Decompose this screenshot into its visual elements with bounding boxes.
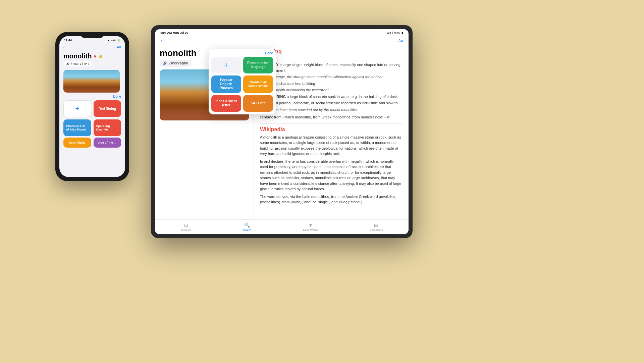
phone-collection-charmed[interactable]: Charmed Life of Alex Moore xyxy=(63,119,91,136)
phone-time: 12:44 xyxy=(64,39,72,42)
tablet-frame: 1:08 AM Mon Jul 20 WiFi 90% ▮ ‹ Aa monol… xyxy=(151,25,413,238)
phone-add-collection[interactable]: + xyxy=(63,100,91,117)
phone-speaker-icon[interactable]: 🔊 xyxy=(66,62,70,65)
tablet-wiki-para-1: A monolith is a geological feature consi… xyxy=(260,135,402,157)
collections-icon: ⊟ xyxy=(374,222,378,228)
tab-discover-label: Discover xyxy=(181,228,191,231)
tab-search[interactable]: 🔍 Search xyxy=(243,222,251,231)
tablet-collection-silent[interactable]: It has a silent letter xyxy=(211,95,241,112)
tablet-device: 1:08 AM Mon Jul 20 WiFi 90% ▮ ‹ Aa monol… xyxy=(151,25,413,238)
tablet-status-icons: WiFi 90% ▮ xyxy=(387,31,403,35)
tablet-back-button[interactable]: ‹ xyxy=(160,38,162,44)
tablet-overlay-done[interactable]: Done xyxy=(211,51,254,55)
tablet-wikipedia-section: Wikipedia A monolith is a geological fea… xyxy=(260,123,402,205)
tablet-pron-text: /'mon(ə)ltθ/ xyxy=(169,61,188,65)
tablet-origin-text: century: from French monolithe, from Gre… xyxy=(260,114,402,120)
phone-collections-grid: + Red Rising Charmed Life of Alex Moore … xyxy=(59,99,125,138)
phone-header: ‹ Aa xyxy=(59,43,125,51)
tablet-def-geology: GEOLOGY a large single upright block of … xyxy=(260,62,402,73)
tablet-status-bar: 1:08 AM Mon Jul 20 WiFi 90% ▮ xyxy=(155,29,409,37)
tablet-header: ‹ Aa xyxy=(155,37,409,45)
phone-word-image xyxy=(63,70,120,93)
tablet-collections-overlay: Done + From another language Popular Eng… xyxy=(209,49,254,114)
tablet-add-collection[interactable]: + xyxy=(211,57,241,73)
phone-word-title: monolith xyxy=(63,52,92,60)
signal-icon: ▲ xyxy=(107,39,110,42)
tab-collections-label: Collections xyxy=(370,228,383,231)
phone-collection-sparkling[interactable]: Sparkling Cyanide xyxy=(94,119,121,136)
tablet-left-panel: monolith ♥ ⊞ 🔊 /'mon(ə)ltθ/ Done xyxy=(155,45,254,219)
tablet-right-panel: Meaning noun GEOLOGY a large single upri… xyxy=(254,45,409,219)
tab-collections[interactable]: ⊟ Collections xyxy=(370,222,383,231)
tablet-pos: noun xyxy=(260,57,402,61)
phone-word-section: monolith ♥ ⊞ 🔊 / ˈmänəˌliTH / xyxy=(59,51,125,68)
tablet-wikipedia-title: Wikipedia xyxy=(260,126,402,133)
phone-collection-red-rising[interactable]: Red Rising xyxy=(94,100,121,117)
tablet-battery-icon: ▮ xyxy=(401,31,403,35)
tablet-def-engineering: ENGINEERING a large block of concrete su… xyxy=(260,94,402,100)
phone-status-icons: ▲ WiFi 🔋 xyxy=(107,39,120,42)
tab-liked-words[interactable]: ♥ Liked Words xyxy=(303,222,318,231)
phone-collection-another[interactable]: Age of the ... xyxy=(94,138,121,148)
phone-done-button[interactable]: Done xyxy=(59,94,125,99)
tablet-bottom-nav: ⊡ Discover 🔍 Search ♥ Liked Words ⊟ Coll… xyxy=(155,219,409,234)
tablet-meaning-title: Meaning xyxy=(260,49,402,55)
phone-heart-icon[interactable]: ♥ xyxy=(94,54,96,59)
tablet-collection-popular[interactable]: Popular English Phrases xyxy=(211,75,241,93)
discover-icon: ⊡ xyxy=(184,222,188,228)
tablet-word-title: monolith xyxy=(160,48,197,58)
tablet-def-building: a large and characterless building xyxy=(260,81,402,87)
phone-pron-text: / ˈmänəˌliTH / xyxy=(71,62,89,65)
tablet-overlay-grid: + From another language Popular English … xyxy=(211,57,254,112)
search-icon: 🔍 xyxy=(244,222,250,228)
phone-pronunciation[interactable]: 🔊 / ˈmänəˌliTH / xyxy=(63,61,92,66)
tablet-def-political: impersonal political, corporate, or soci… xyxy=(260,100,402,106)
tablet-collection-sat-prep[interactable]: SAT Prep xyxy=(243,95,254,112)
phone-grid-bottom: Serendipity Age of the ... xyxy=(59,138,125,148)
phone-landscape-bg xyxy=(63,70,120,93)
tab-discover[interactable]: ⊡ Discover xyxy=(181,222,191,231)
phone-aa-button[interactable]: Aa xyxy=(117,45,121,49)
phone-collection-serendipity[interactable]: Serendipity xyxy=(63,138,91,148)
phone-frame: 12:44 ▲ WiFi 🔋 ‹ Aa monolith ♥ ⊞ xyxy=(55,32,129,181)
tablet-def-example-3: dent voices have been crowded out by the… xyxy=(260,107,402,113)
tablet-collection-from-another[interactable]: From another language xyxy=(243,57,254,73)
tablet-screen: 1:08 AM Mon Jul 20 WiFi 90% ▮ ‹ Aa monol… xyxy=(155,29,409,234)
tablet-time: 1:08 AM Mon Jul 20 xyxy=(160,31,188,35)
tablet-content: monolith ♥ ⊞ 🔊 /'mon(ə)ltθ/ Done xyxy=(155,45,409,219)
heart-nav-icon: ♥ xyxy=(309,222,312,228)
tablet-wifi-icon: WiFi xyxy=(387,31,393,35)
battery-icon: 🔋 xyxy=(117,39,120,42)
tablet-battery-label: 90% xyxy=(394,31,400,35)
phone-bookmark-icon[interactable]: ⊞ xyxy=(99,54,102,59)
phone-device: 12:44 ▲ WiFi 🔋 ‹ Aa monolith ♥ ⊞ xyxy=(55,32,129,181)
phone-back-button[interactable]: ‹ xyxy=(63,45,65,50)
tablet-wiki-para-3: The word derives, via the Latin monolith… xyxy=(260,194,402,205)
tablet-aa-button[interactable]: Aa xyxy=(398,39,403,43)
tablet-speaker-icon[interactable]: 🔊 xyxy=(163,61,168,65)
tab-search-label: Search xyxy=(243,228,251,231)
tablet-collection-words-sound[interactable]: Words that sound similar xyxy=(243,75,254,93)
tablet-origin-section: century: from French monolithe, from Gre… xyxy=(260,114,402,120)
tablet-wiki-para-2: In architecture, the term has considerab… xyxy=(260,159,402,192)
phone-notch xyxy=(80,32,104,38)
tablet-def-example-1: ed Stonehenge, the strange stone monolit… xyxy=(260,74,402,80)
tab-liked-label: Liked Words xyxy=(303,228,318,231)
wifi-icon: WiFi xyxy=(111,39,116,42)
tablet-def-example-2: storey monolith overlooking the waterfro… xyxy=(260,87,402,93)
phone-screen: 12:44 ▲ WiFi 🔋 ‹ Aa monolith ♥ ⊞ xyxy=(59,36,125,177)
tablet-pronunciation[interactable]: 🔊 /'mon(ə)ltθ/ xyxy=(160,60,192,67)
